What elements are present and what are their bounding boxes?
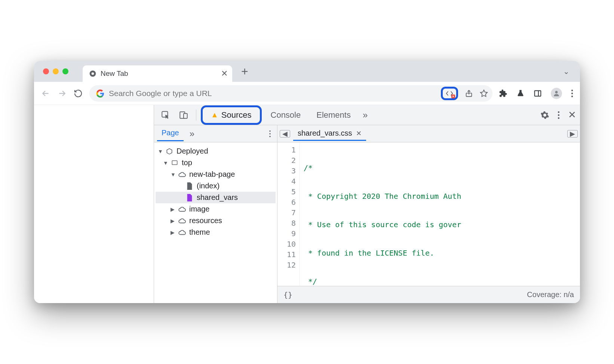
frame-icon: [171, 160, 179, 166]
device-toolbar-icon[interactable]: [176, 109, 191, 121]
line-gutter: 1 2 3 4 5 6 7 8 9 10 11 12: [277, 142, 300, 286]
devtools-indicator-highlight: [441, 87, 458, 100]
omnibox-input[interactable]: [109, 89, 436, 98]
cloud-icon: [178, 206, 186, 212]
minimize-window-button[interactable]: [53, 68, 59, 74]
tree-label: theme: [189, 228, 210, 237]
extensions-icon[interactable]: [499, 89, 507, 98]
tree-label: top: [182, 158, 192, 167]
browser-window: New Tab ✕ + ⌄: [34, 61, 580, 303]
tree-node-image[interactable]: ▶ image: [156, 203, 276, 215]
tab-sources[interactable]: ▲ Sources: [204, 108, 258, 122]
tree-label: shared_vars: [197, 193, 238, 202]
css-file-icon: [185, 194, 194, 201]
cloud-icon: [178, 172, 186, 178]
expand-arrow-icon: ▶: [171, 206, 175, 212]
svg-point-12: [558, 111, 559, 112]
tree-node-top[interactable]: ▼ top: [156, 157, 276, 169]
profile-avatar-icon[interactable]: [551, 88, 562, 99]
svg-point-5: [555, 91, 558, 93]
svg-rect-18: [172, 161, 177, 165]
share-icon[interactable]: [465, 89, 473, 98]
close-file-icon[interactable]: ✕: [356, 129, 362, 138]
code-content[interactable]: /* * Copyright 2020 The Chromium Auth * …: [300, 142, 580, 286]
devtools-menu-icon[interactable]: [558, 111, 560, 119]
settings-gear-icon[interactable]: [540, 111, 549, 120]
browser-tabbar: New Tab ✕ + ⌄: [34, 61, 580, 82]
tree-node-index[interactable]: (index): [156, 180, 276, 192]
content-area: ▲ Sources Console Elements » ✕: [34, 105, 580, 303]
tab-console[interactable]: Console: [264, 108, 308, 122]
page-viewport: [34, 105, 154, 303]
tree-label: resources: [189, 216, 222, 225]
close-devtools-icon[interactable]: ✕: [568, 109, 576, 121]
back-button[interactable]: [41, 89, 50, 98]
warning-icon: ▲: [211, 111, 218, 119]
tree-label: Deployed: [176, 147, 208, 155]
nav-back-icon[interactable]: ◀: [280, 130, 290, 138]
error-badge-icon: [451, 95, 455, 98]
code-area[interactable]: 1 2 3 4 5 6 7 8 9 10 11 12: [277, 142, 580, 286]
editor-tab-filename: shared_vars.css: [298, 129, 352, 138]
editor-tab-file[interactable]: shared_vars.css ✕: [293, 127, 366, 141]
sidebar-tab-page[interactable]: Page: [157, 126, 184, 141]
svg-point-1: [92, 73, 94, 75]
expand-arrow-icon: ▼: [171, 172, 175, 178]
sources-sidebar: Page » ▼ Deployed: [154, 125, 277, 303]
tab-title: New Tab: [101, 70, 128, 78]
omnibox[interactable]: [89, 85, 492, 102]
svg-point-15: [269, 130, 271, 132]
browser-tab[interactable]: New Tab ✕: [83, 65, 232, 82]
close-tab-button[interactable]: ✕: [221, 69, 228, 78]
svg-rect-11: [184, 113, 187, 118]
tab-list-button[interactable]: ⌄: [563, 67, 574, 76]
cloud-icon: [178, 218, 186, 224]
sidebar-more-tabs-icon[interactable]: »: [187, 129, 197, 139]
devtools-panel: ▲ Sources Console Elements » ✕: [154, 105, 580, 303]
more-tabs-icon[interactable]: »: [360, 110, 371, 120]
google-icon: [96, 89, 104, 98]
expand-arrow-icon: ▼: [163, 160, 168, 166]
toolbar-actions: [499, 88, 573, 99]
tree-node-theme[interactable]: ▶ theme: [156, 226, 276, 238]
devtools-tabbar: ▲ Sources Console Elements » ✕: [154, 105, 580, 125]
editor-tabs: ◀ shared_vars.css ✕ ▶: [277, 125, 580, 142]
close-window-button[interactable]: [43, 68, 49, 74]
devtools-body: Page » ▼ Deployed: [154, 125, 580, 303]
pretty-print-icon[interactable]: {}: [283, 290, 292, 299]
tree-node-shared-vars[interactable]: shared_vars: [156, 192, 276, 203]
svg-point-6: [571, 89, 573, 91]
package-icon: [165, 148, 174, 155]
svg-point-7: [571, 92, 573, 94]
nav-forward-icon[interactable]: ▶: [567, 130, 578, 138]
svg-point-16: [269, 133, 271, 135]
svg-point-17: [269, 136, 271, 137]
tree-node-resources[interactable]: ▶ resources: [156, 215, 276, 226]
sidebar-menu-icon[interactable]: [266, 130, 274, 138]
tree-label: image: [189, 205, 209, 213]
chrome-icon: [89, 70, 97, 78]
svg-point-8: [571, 95, 573, 97]
svg-point-13: [558, 114, 559, 115]
reload-button[interactable]: [74, 89, 83, 98]
browser-menu-icon[interactable]: [571, 89, 573, 98]
tree-node-new-tab-page[interactable]: ▼ new-tab-page: [156, 169, 276, 180]
coverage-status: Coverage: n/a: [527, 290, 574, 299]
new-tab-button[interactable]: +: [235, 65, 254, 78]
cloud-icon: [178, 229, 186, 235]
status-bar: {} Coverage: n/a: [277, 286, 580, 303]
expand-arrow-icon: ▶: [171, 218, 175, 224]
expand-arrow-icon: ▼: [158, 148, 162, 154]
bookmark-star-icon[interactable]: [480, 89, 488, 98]
forward-button[interactable]: [57, 89, 67, 98]
side-panel-icon[interactable]: [534, 89, 542, 98]
labs-icon[interactable]: [516, 89, 525, 98]
tab-elements[interactable]: Elements: [310, 108, 357, 122]
tree-label: new-tab-page: [189, 170, 235, 179]
tree-label: (index): [197, 182, 219, 190]
maximize-window-button[interactable]: [62, 68, 68, 74]
inspect-element-icon[interactable]: [158, 109, 174, 121]
expand-arrow-icon: ▶: [171, 229, 175, 235]
devtools-indicator-icon[interactable]: [445, 89, 454, 98]
tree-node-deployed[interactable]: ▼ Deployed: [156, 145, 276, 157]
